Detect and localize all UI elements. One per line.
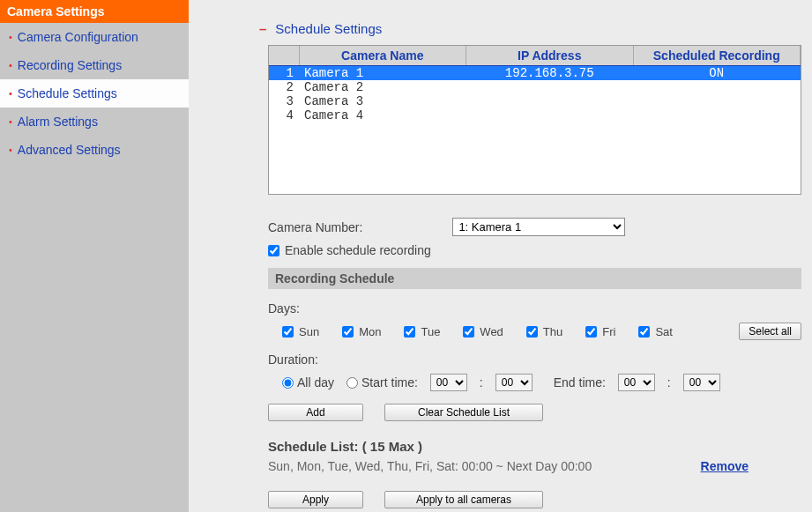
section-header[interactable]: – Schedule Settings bbox=[197, 9, 801, 45]
cell-name: Camera 3 bbox=[299, 94, 466, 108]
sidebar-item-recording-settings[interactable]: •Recording Settings bbox=[0, 51, 189, 79]
end-time-label: End time: bbox=[554, 375, 606, 390]
cell-n: 1 bbox=[269, 66, 299, 81]
cell-n: 3 bbox=[269, 94, 299, 108]
camera-table: Camera Name IP Address Scheduled Recordi… bbox=[268, 45, 801, 195]
remove-link[interactable]: Remove bbox=[701, 459, 749, 473]
bullet-icon: • bbox=[9, 116, 12, 127]
bullet-icon: • bbox=[9, 32, 12, 42]
duration-label: Duration: bbox=[268, 352, 801, 367]
schedule-entry: Sun, Mon, Tue, Wed, Thu, Fri, Sat: 00:00… bbox=[268, 459, 592, 473]
cell-n: 4 bbox=[269, 108, 299, 122]
main-content: – Schedule Settings Camera Name IP Addre… bbox=[189, 0, 812, 512]
duration-allday[interactable]: All day bbox=[282, 375, 334, 390]
day-tue[interactable]: Tue bbox=[404, 325, 440, 338]
sidebar-title: Camera Settings bbox=[0, 0, 189, 23]
cell-ip bbox=[466, 108, 634, 122]
day-checkbox-sun[interactable] bbox=[282, 326, 294, 338]
day-checkbox-tue[interactable] bbox=[404, 326, 415, 338]
cell-sched: ON bbox=[633, 66, 801, 81]
start-min[interactable]: 00 bbox=[495, 374, 533, 391]
section-title: Schedule Settings bbox=[275, 21, 382, 36]
apply-all-button[interactable]: Apply to all cameras bbox=[384, 491, 543, 508]
enable-schedule-checkbox[interactable] bbox=[268, 245, 279, 256]
day-mon[interactable]: Mon bbox=[342, 325, 381, 338]
cell-name: Camera 2 bbox=[299, 80, 466, 94]
bullet-icon: • bbox=[9, 145, 12, 155]
allday-radio[interactable] bbox=[282, 377, 294, 389]
col-name: Camera Name bbox=[299, 46, 466, 66]
sidebar-item-alarm-settings[interactable]: •Alarm Settings bbox=[0, 108, 189, 136]
apply-button[interactable]: Apply bbox=[268, 491, 363, 508]
col-index bbox=[269, 46, 299, 66]
day-label: Wed bbox=[480, 325, 503, 338]
select-all-button[interactable]: Select all bbox=[739, 323, 801, 340]
day-fri[interactable]: Fri bbox=[585, 325, 615, 338]
camera-number-select[interactable]: 1: Kamera 1 bbox=[452, 218, 625, 236]
day-label: Mon bbox=[359, 325, 381, 338]
day-sun[interactable]: Sun bbox=[282, 325, 319, 338]
bullet-icon: • bbox=[9, 60, 12, 70]
enable-schedule[interactable]: Enable schedule recording bbox=[268, 243, 431, 257]
day-checkbox-sat[interactable] bbox=[638, 326, 650, 338]
bullet-icon: • bbox=[9, 88, 12, 99]
day-label: Thu bbox=[543, 325, 562, 338]
cell-sched bbox=[633, 94, 801, 108]
camera-number-label: Camera Number: bbox=[268, 220, 362, 234]
cell-name: Camera 4 bbox=[299, 108, 466, 122]
end-min[interactable]: 00 bbox=[683, 374, 720, 391]
day-label: Sat bbox=[655, 325, 673, 338]
table-row[interactable]: 1Kamera 1192.168.3.75ON bbox=[269, 66, 801, 81]
sidebar-item-advanced-settings[interactable]: •Advanced Settings bbox=[0, 136, 189, 164]
schedule-list-title: Schedule List: ( 15 Max ) bbox=[268, 439, 801, 454]
table-row[interactable]: 4Camera 4 bbox=[269, 108, 801, 122]
day-checkbox-mon[interactable] bbox=[342, 326, 354, 338]
sidebar: Camera Settings •Camera Configuration•Re… bbox=[0, 0, 189, 512]
duration-range[interactable]: Start time: bbox=[346, 375, 418, 390]
day-label: Tue bbox=[421, 325, 440, 338]
day-thu[interactable]: Thu bbox=[526, 325, 562, 338]
day-checkbox-wed[interactable] bbox=[463, 326, 474, 338]
day-checkbox-fri[interactable] bbox=[585, 326, 597, 338]
sidebar-item-label: Schedule Settings bbox=[18, 86, 117, 100]
cell-sched bbox=[633, 80, 801, 94]
clear-button[interactable]: Clear Schedule List bbox=[384, 404, 543, 421]
cell-ip bbox=[466, 80, 634, 94]
sidebar-item-label: Recording Settings bbox=[18, 58, 122, 72]
day-label: Sun bbox=[299, 325, 319, 338]
recording-schedule-header: Recording Schedule bbox=[268, 268, 801, 289]
range-radio[interactable] bbox=[346, 377, 358, 389]
day-sat[interactable]: Sat bbox=[638, 325, 673, 338]
day-checkbox-thu[interactable] bbox=[526, 326, 538, 338]
col-sched: Scheduled Recording bbox=[633, 46, 801, 66]
cell-ip: 192.168.3.75 bbox=[466, 66, 634, 81]
cell-name: Kamera 1 bbox=[299, 66, 466, 81]
collapse-icon: – bbox=[259, 21, 266, 36]
end-hour[interactable]: 00 bbox=[618, 374, 655, 391]
sidebar-item-label: Camera Configuration bbox=[18, 30, 138, 44]
day-label: Fri bbox=[602, 325, 615, 338]
table-row[interactable]: 2Camera 2 bbox=[269, 80, 801, 94]
sidebar-item-label: Alarm Settings bbox=[18, 115, 98, 129]
day-wed[interactable]: Wed bbox=[463, 325, 503, 338]
days-label: Days: bbox=[268, 301, 801, 315]
cell-ip bbox=[466, 94, 634, 108]
table-row[interactable]: 3Camera 3 bbox=[269, 94, 801, 108]
cell-sched bbox=[633, 108, 801, 122]
sidebar-item-schedule-settings[interactable]: •Schedule Settings bbox=[0, 79, 189, 108]
col-ip: IP Address bbox=[466, 46, 634, 66]
sidebar-item-camera-configuration[interactable]: •Camera Configuration bbox=[0, 23, 189, 51]
add-button[interactable]: Add bbox=[268, 404, 363, 421]
sidebar-item-label: Advanced Settings bbox=[18, 143, 121, 157]
start-hour[interactable]: 00 bbox=[430, 374, 467, 391]
cell-n: 2 bbox=[269, 80, 299, 94]
